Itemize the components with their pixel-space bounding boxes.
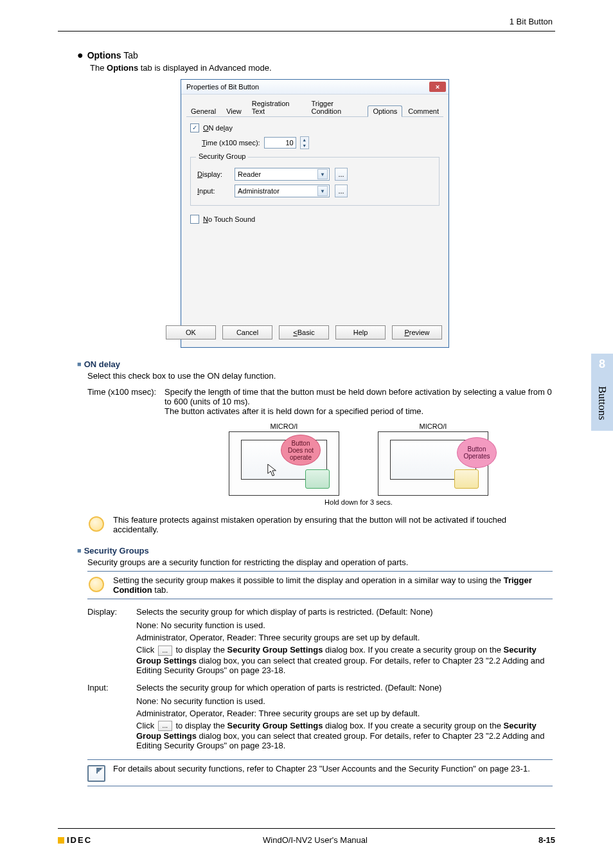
- options-tab-title-bold: Options: [87, 50, 121, 60]
- dialog-close-button[interactable]: ×: [429, 82, 446, 92]
- display-click-line: Click ... to display the Security Group …: [136, 645, 553, 675]
- bubble-right-l2: Operates: [463, 453, 490, 460]
- footer-page-number-text: 8-15: [538, 835, 555, 845]
- dialog-titlebar: Properties of Bit Button ×: [181, 80, 449, 95]
- basic-button[interactable]: < Basic: [279, 325, 329, 339]
- square-bullet-icon: ■: [77, 547, 82, 554]
- input-block: Input: Selects the security group for wh…: [87, 683, 553, 751]
- no-touch-sound-label: No Touch Sound: [203, 215, 255, 223]
- options-tab-intro: The Options tab is displayed in Advanced…: [90, 63, 553, 73]
- panel-left-screen-icon: [305, 469, 330, 489]
- panel-right: Button Operates: [378, 431, 488, 496]
- idec-logo-square-icon: [58, 837, 64, 844]
- dialog-body: ON delay Time (x100 msec): 10 ▲▼ Securit…: [186, 116, 443, 319]
- on-delay-tip-text: This feature protects against mistaken o…: [113, 515, 553, 534]
- display-admin-line: Administrator, Operator, Reader: Three s…: [136, 633, 553, 642]
- sg-tip-post: tab.: [152, 585, 168, 595]
- tab-general[interactable]: General: [186, 106, 220, 116]
- sgs-bold3: Security Group Settings: [227, 721, 323, 730]
- spinner-up-icon: ▲: [301, 137, 308, 143]
- panel-left-wrap: MICRO/I Button Does not operate: [229, 422, 339, 496]
- security-groups-tip: Setting the security group makes it poss…: [87, 575, 553, 595]
- side-tab-number: 8: [591, 354, 613, 371]
- click-pre2: Click: [136, 721, 157, 730]
- on-delay-time-line1: Specify the length of time that the butt…: [164, 387, 553, 406]
- display-block: Display: Selects the security group for …: [87, 607, 553, 675]
- no-touch-sound-row: No Touch Sound: [190, 215, 440, 224]
- panel-right-wrap: MICRO/I Button Operates: [378, 422, 488, 496]
- divider: [87, 786, 553, 786]
- tab-options[interactable]: Options: [368, 105, 402, 117]
- options-tab-title-rest: Tab: [121, 50, 138, 60]
- hold-down-label: Hold down for 3 secs.: [164, 498, 553, 506]
- panel-right-screen-icon: [454, 469, 479, 489]
- on-delay-time-line2: The button activates after it is held do…: [164, 406, 553, 416]
- input-def: Input: Selects the security group for wh…: [87, 683, 553, 692]
- browse-button-icon[interactable]: ...: [158, 646, 172, 656]
- tab-trigger-condition[interactable]: Trigger Condition: [307, 98, 367, 116]
- footer-manual-title: WindO/I-NV2 User's Manual: [263, 835, 368, 845]
- cancel-button[interactable]: Cancel: [222, 325, 272, 339]
- click-post: dialog box, you can select that created …: [136, 656, 544, 675]
- side-tab-label-wrap: Buttons: [591, 381, 613, 426]
- security-display-browse[interactable]: ...: [335, 168, 348, 181]
- display-def: Display: Selects the security group for …: [87, 607, 553, 617]
- content: ● Options Tab The Options tab is display…: [77, 50, 553, 790]
- tab-comment[interactable]: Comment: [404, 106, 443, 116]
- bubble-left-l3: operate: [290, 454, 312, 461]
- input-none-line: None: No security function is used.: [136, 696, 553, 706]
- on-delay-checkbox[interactable]: [190, 123, 199, 132]
- click-pre: Click: [136, 645, 157, 655]
- security-input-browse[interactable]: ...: [335, 185, 348, 197]
- on-delay-time-input[interactable]: 10: [264, 137, 296, 149]
- divider: [87, 599, 553, 599]
- security-group-box: Security Group Display: Reader ▼ ... Inp…: [190, 157, 440, 206]
- security-input-value: Administrator: [238, 187, 280, 195]
- options-tab-intro-pre: The: [90, 63, 107, 73]
- properties-dialog: Properties of Bit Button × General View …: [181, 79, 449, 348]
- tab-view[interactable]: View: [222, 106, 246, 116]
- options-tab-intro-post: tab is displayed in Advanced mode.: [138, 63, 271, 73]
- security-group-legend: Security Group: [196, 152, 248, 160]
- security-display-label: Display:: [197, 170, 229, 178]
- display-none-line: None: No security function is used.: [136, 620, 553, 630]
- on-delay-time-key: Time (x100 msec):: [87, 387, 164, 506]
- options-tab-heading: ● Options Tab: [77, 50, 553, 60]
- dialog-button-bar: OK Cancel < Basic Help Preview: [181, 319, 449, 347]
- bubble-left-l1: Button: [292, 440, 310, 447]
- security-display-combo[interactable]: Reader ▼: [235, 168, 330, 181]
- on-delay-time-def: Time (x100 msec): Specify the length of …: [87, 387, 553, 506]
- panel-left: Button Does not operate: [229, 431, 339, 496]
- footer: IDEC WindO/I-NV2 User's Manual 8-15: [58, 828, 555, 845]
- idec-logo-text: IDEC: [67, 835, 92, 845]
- tab-registration-text[interactable]: Registration Text: [247, 98, 306, 116]
- security-note-text: For details about security functions, re…: [113, 764, 530, 773]
- side-tab-label: Buttons: [596, 386, 609, 420]
- help-button[interactable]: Help: [335, 325, 386, 339]
- security-input-label: Input:: [197, 187, 229, 195]
- dropdown-arrow-icon: ▼: [317, 186, 328, 196]
- browse-button-icon[interactable]: ...: [158, 721, 172, 731]
- click-mid2: dialog box. If you create a security gro…: [323, 645, 503, 655]
- click-post2: dialog box, you can select that created …: [136, 731, 544, 750]
- display-key: Display:: [87, 607, 136, 617]
- input-admin-line: Administrator, Operator, Reader: Three s…: [136, 709, 553, 718]
- dropdown-arrow-icon: ▼: [317, 169, 328, 179]
- on-delay-tip: This feature protects against mistaken o…: [87, 515, 553, 534]
- svg-marker-0: [268, 464, 276, 476]
- security-input-combo[interactable]: Administrator ▼: [235, 185, 330, 197]
- header-rule: [58, 31, 555, 32]
- bubble-operates: Button Operates: [457, 437, 497, 468]
- click-mid2b: dialog box. If you create a security gro…: [323, 721, 503, 730]
- ok-button[interactable]: OK: [166, 325, 216, 339]
- note-icon-wrap: [87, 764, 105, 782]
- panel-left-label: MICRO/I: [229, 422, 339, 430]
- bubble-does-not-operate: Button Does not operate: [281, 435, 321, 466]
- security-groups-tip-text: Setting the security group makes it poss…: [113, 575, 553, 595]
- preview-button[interactable]: Preview: [392, 325, 442, 339]
- side-tab: 8 Buttons: [591, 354, 613, 431]
- no-touch-sound-checkbox[interactable]: [190, 215, 199, 224]
- footer-page-number: 8-15: [538, 835, 555, 845]
- on-delay-section: ■ON delay Select this check box to use t…: [77, 359, 553, 534]
- on-delay-time-spinner[interactable]: ▲▼: [300, 136, 309, 149]
